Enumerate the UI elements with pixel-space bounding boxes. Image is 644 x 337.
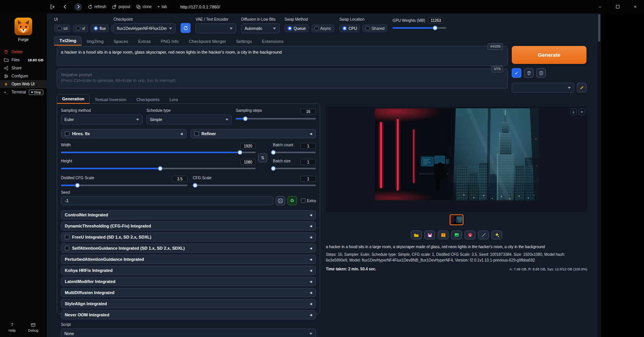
accordion-section[interactable]: Kohya HRFix Integrated ◀ (61, 266, 316, 275)
apply-styles-button[interactable]: ✓ (512, 68, 521, 78)
paste-params-button[interactable] (536, 68, 546, 78)
hires-fix-accordion[interactable]: Hires. fix ◀ (61, 129, 187, 138)
accordion-section[interactable]: PerturbedAttentionGuidance Integrated ◀ (61, 255, 316, 264)
sampling-steps-slider[interactable] (236, 118, 316, 119)
accordion-section[interactable]: SelfAttentionGuidance Integrated (SD 1.x… (61, 244, 316, 253)
accordion-section[interactable]: Never OOM Integrated ◀ (61, 310, 316, 319)
slider-handle[interactable] (158, 166, 163, 171)
slider-handle[interactable] (433, 26, 437, 30)
page-scrollbar[interactable] (597, 13, 601, 337)
scrollbar-thumb[interactable] (598, 14, 600, 42)
height-input[interactable]: 1080 (240, 159, 256, 165)
close-image-button[interactable]: × (578, 108, 585, 115)
radio-option[interactable]: Shared (362, 25, 388, 32)
clone-button[interactable]: clone (136, 5, 152, 9)
sidebar-item-open-web-ui[interactable]: Open Web UI (0, 80, 47, 88)
width-input[interactable]: 1920 (240, 143, 256, 149)
batch-count-slider[interactable] (273, 152, 316, 153)
exit-button[interactable] (50, 4, 55, 10)
checkpoint-dropdown[interactable]: flux1DevHyperNF4Flux1DevBNB_flux1De (113, 23, 176, 33)
slider-handle[interactable] (271, 166, 276, 171)
swap-dimensions-button[interactable]: ⇅ (258, 153, 267, 162)
random-seed-button[interactable] (276, 196, 285, 205)
generation-tab[interactable]: Generation (57, 94, 90, 104)
minimize-button[interactable]: − (591, 0, 609, 13)
save-zip-button[interactable] (438, 231, 449, 239)
refresh-checkpoint-button[interactable] (181, 23, 191, 33)
reuse-seed-button[interactable]: ♻ (288, 196, 297, 205)
accordion-section[interactable]: LatentModifier Integrated ◀ (61, 277, 316, 286)
generation-tab[interactable]: Checkpoints (131, 95, 165, 104)
seed-input[interactable]: -1 (61, 196, 273, 205)
slider-handle[interactable] (238, 150, 242, 155)
maximize-button[interactable] (609, 0, 626, 13)
generation-tab[interactable]: Lora (164, 95, 183, 104)
script-dropdown[interactable]: None (61, 329, 316, 337)
thumbnail-selected[interactable] (450, 214, 463, 225)
sidebar-item-files[interactable]: Files 18.83 GB (0, 56, 47, 64)
generation-tab[interactable]: Textual Inversion (90, 95, 131, 104)
distilled-cfg-slider[interactable] (61, 185, 187, 186)
accordion-checkbox[interactable] (65, 246, 69, 250)
sidebar-item-terminal[interactable]: >_ Terminal ■ Stop (0, 88, 47, 96)
generated-image[interactable] (375, 108, 539, 212)
main-tab[interactable]: PNG Info (156, 37, 184, 46)
main-tab[interactable]: Spaces (108, 37, 133, 46)
clear-prompt-button[interactable] (524, 68, 534, 78)
gpu-weights-slider[interactable] (393, 27, 446, 29)
vae-dropdown[interactable] (196, 23, 236, 33)
negative-prompt-input[interactable]: 0/75 Negative prompt (Press Ctrl+Enter t… (57, 69, 508, 88)
radio-option[interactable]: CPU (339, 25, 360, 32)
radio-option[interactable]: xl (73, 25, 88, 32)
accordion-section[interactable]: ControlNet Integrated ◀ (61, 210, 316, 219)
height-slider[interactable] (61, 168, 256, 169)
main-tab[interactable]: Txt2img (54, 36, 82, 46)
hires-fix-checkbox[interactable] (65, 131, 69, 136)
main-tab[interactable]: Extras (133, 37, 156, 46)
accordion-section[interactable]: DynamicThresholding (CFG-Fix) Integrated… (61, 221, 316, 231)
accordion-section[interactable]: MultiDiffusion Integrated ◀ (61, 288, 316, 297)
forward-button[interactable] (74, 3, 82, 11)
new-tab-button[interactable]: + tab (158, 5, 167, 9)
save-image-button[interactable] (424, 231, 435, 239)
batch-count-input[interactable]: 1 (301, 143, 316, 149)
accordion-section[interactable]: StyleAlign Integrated ◀ (61, 299, 316, 308)
schedule-type-dropdown[interactable]: Simple (146, 115, 232, 124)
main-tab[interactable]: Checkpoint Merger (184, 37, 231, 46)
extra-seed-toggle[interactable]: Extra (301, 198, 316, 203)
refiner-accordion[interactable]: Refiner ◀ (191, 129, 316, 138)
send-to-extras-button[interactable] (478, 231, 489, 239)
slider-handle[interactable] (193, 183, 197, 188)
distilled-cfg-input[interactable]: 3.5 (172, 176, 187, 182)
stop-button[interactable]: ■ Stop (29, 90, 43, 95)
radio-option[interactable]: Async (311, 25, 335, 32)
slider-handle[interactable] (243, 116, 248, 121)
sidebar-item-configure[interactable]: Configure (0, 72, 47, 80)
sampling-steps-input[interactable]: 16 (301, 108, 316, 115)
popout-button[interactable]: popout (112, 5, 130, 9)
radio-option[interactable]: sd (54, 25, 71, 32)
close-button[interactable]: × (626, 0, 644, 13)
sidebar-item-share[interactable]: Share (0, 64, 47, 72)
width-slider[interactable] (61, 152, 256, 153)
address-bar[interactable]: http://127.0.0.1:7860/ (180, 5, 220, 9)
radio-option[interactable]: Queue (284, 25, 309, 32)
edit-styles-button[interactable] (577, 83, 586, 92)
debug-button[interactable]: Debug (28, 322, 38, 332)
batch-size-slider[interactable] (273, 168, 316, 169)
batch-size-input[interactable]: 1 (301, 159, 316, 165)
help-button[interactable]: ? Help (8, 322, 16, 332)
download-image-button[interactable]: ⤓ (570, 108, 577, 115)
refresh-button[interactable]: refresh (88, 5, 106, 9)
refiner-checkbox[interactable] (194, 131, 199, 136)
accordion-section[interactable]: FreeU Integrated (SD 1.x, SD 2.x, SDXL) … (61, 232, 316, 242)
main-tab[interactable]: Extensions (257, 37, 288, 46)
slider-handle[interactable] (271, 150, 276, 155)
radio-option[interactable]: flux (90, 25, 109, 32)
cfg-input[interactable]: 1 (301, 176, 316, 182)
slider-handle[interactable] (75, 183, 80, 188)
sampling-method-dropdown[interactable]: Euler (61, 115, 143, 124)
send-to-img2img-button[interactable] (451, 231, 462, 239)
open-output-folder-button[interactable] (411, 231, 422, 239)
send-to-inpaint-button[interactable] (465, 231, 475, 239)
